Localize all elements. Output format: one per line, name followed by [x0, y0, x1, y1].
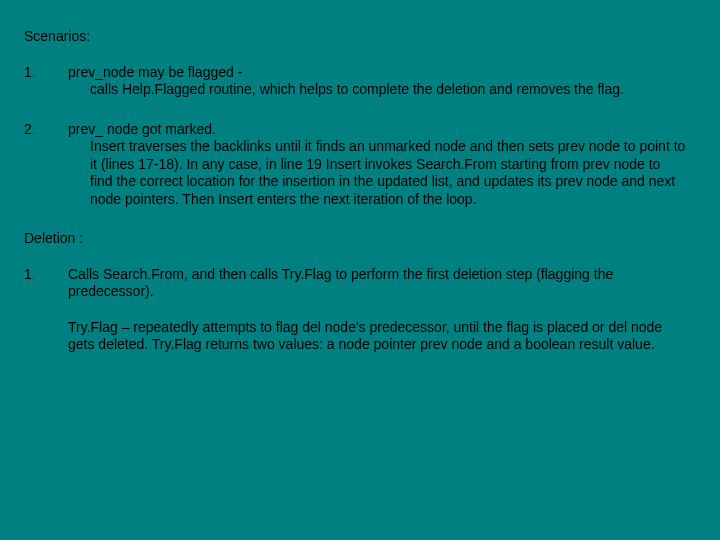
deletion-1-p1: Calls Search.From, and then calls Try.Fl… — [68, 266, 686, 301]
scenario-2-text: Insert traverses the backlinks until it … — [68, 138, 686, 208]
num-digit: 2 — [24, 121, 32, 137]
scenario-1-body: prev_node may be flagged - calls Help.Fl… — [68, 64, 696, 99]
scenario-1-text: calls Help.Flagged routine, which helps … — [68, 81, 686, 99]
scenario-2-lead: prev_ node got marked. — [68, 121, 686, 139]
scenario-2-number: 2. — [24, 121, 68, 209]
scenario-1-lead: prev_node may be flagged - — [68, 64, 686, 82]
deletion-1-body: Calls Search.From, and then calls Try.Fl… — [68, 266, 696, 354]
deletion-1: 1. Calls Search.From, and then calls Try… — [24, 266, 696, 354]
scenario-2: 2. prev_ node got marked. Insert travers… — [24, 121, 696, 209]
period-icon: . — [32, 64, 36, 80]
scenario-2-body: prev_ node got marked. Insert traverses … — [68, 121, 696, 209]
deletion-1-p2: Try.Flag – repeatedly attempts to flag d… — [68, 319, 686, 354]
period-icon: . — [32, 266, 36, 282]
period-icon: . — [32, 121, 36, 137]
num-digit: 1 — [24, 266, 32, 282]
num-digit: 1 — [24, 64, 32, 80]
deletion-1-number: 1. — [24, 266, 68, 354]
scenario-1: 1. prev_node may be flagged - calls Help… — [24, 64, 696, 99]
scenarios-heading: Scenarios: — [24, 28, 696, 46]
scenario-1-number: 1. — [24, 64, 68, 99]
deletion-heading: Deletion : — [24, 230, 696, 248]
